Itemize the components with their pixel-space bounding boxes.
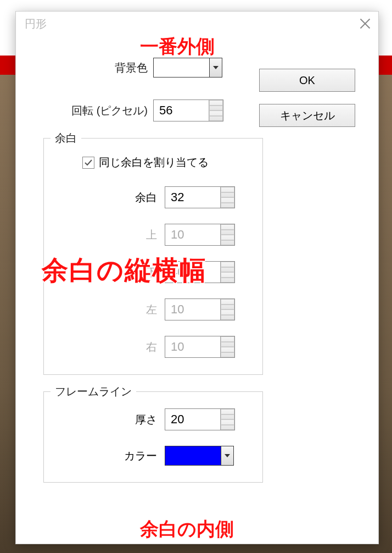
close-icon[interactable] — [360, 18, 371, 29]
right-input — [165, 336, 220, 357]
bgcolor-label: 背景色 — [27, 60, 153, 75]
chevron-down-icon — [210, 115, 222, 117]
chevron-down-icon — [225, 454, 230, 457]
right-label: 右 — [55, 340, 165, 355]
thickness-label: 厚さ — [55, 412, 165, 427]
framecolor-picker[interactable] — [165, 446, 234, 466]
right-spinner — [165, 336, 235, 358]
spin-down[interactable] — [221, 197, 234, 208]
dialog-title: 円形 — [25, 16, 47, 31]
bgcolor-swatch[interactable] — [154, 58, 210, 77]
same-margin-label: 同じ余白を割り当てる — [99, 155, 209, 170]
left-label: 左 — [55, 302, 165, 317]
framecolor-swatch[interactable] — [165, 446, 221, 465]
margin-groupbox: 余白 同じ余白を割り当てる 余白 上 — [43, 138, 263, 375]
same-margin-checkbox[interactable] — [82, 157, 94, 169]
titlebar: 円形 — [16, 12, 378, 36]
rotation-spinner[interactable] — [153, 99, 223, 121]
bgcolor-dropdown[interactable] — [210, 58, 222, 77]
margin-spinner[interactable] — [165, 186, 235, 208]
frameline-groupbox: フレームライン 厚さ カラー — [43, 391, 263, 483]
spin-up[interactable] — [221, 187, 234, 197]
spin-up — [221, 336, 234, 347]
spin-up — [221, 299, 234, 309]
margin-label: 余白 — [55, 190, 165, 205]
bottom-spinner — [165, 261, 235, 283]
top-input — [165, 224, 220, 245]
spin-up — [221, 262, 234, 272]
rotation-up[interactable] — [209, 100, 223, 110]
top-label: 上 — [55, 228, 165, 242]
ellipse-dialog: 円形 OK キャンセル 背景色 回転 (ピクセル) 余 — [15, 11, 379, 544]
frameline-legend: フレームライン — [51, 384, 136, 399]
spin-up[interactable] — [221, 409, 234, 419]
top-spinner — [165, 224, 235, 246]
left-input — [165, 299, 220, 320]
spin-down[interactable] — [221, 419, 234, 430]
margin-input[interactable] — [165, 187, 220, 208]
margin-legend: 余白 — [51, 131, 81, 146]
rotation-input[interactable] — [154, 100, 209, 121]
spin-down — [221, 272, 234, 283]
framecolor-dropdown[interactable] — [221, 446, 233, 465]
rotation-down[interactable] — [209, 110, 223, 121]
thickness-spinner[interactable] — [165, 408, 235, 430]
spin-down — [221, 309, 234, 320]
chevron-down-icon — [213, 66, 219, 69]
framecolor-label: カラー — [55, 449, 165, 463]
bottom-input — [165, 262, 220, 283]
rotation-label: 回転 (ピクセル) — [27, 103, 153, 118]
chevron-up-icon — [210, 105, 222, 106]
spin-down — [221, 235, 234, 245]
spin-up — [221, 224, 234, 235]
thickness-input[interactable] — [165, 409, 220, 430]
spin-down — [221, 347, 234, 357]
bottom-label: 下 — [55, 265, 165, 280]
left-spinner — [165, 298, 235, 320]
bgcolor-picker[interactable] — [153, 58, 222, 78]
